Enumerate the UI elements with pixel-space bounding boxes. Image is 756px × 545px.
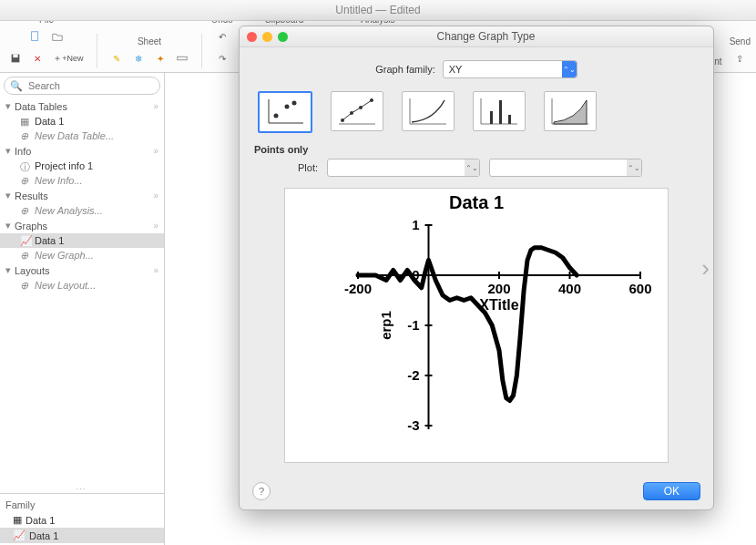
graph-family-value: XY: [449, 64, 463, 75]
thumb-column[interactable]: [473, 91, 526, 131]
help-button[interactable]: ?: [252, 482, 271, 500]
chevron-down-icon: ▾: [5, 145, 15, 157]
plus-icon: ⊕: [20, 280, 31, 291]
file-new-icon[interactable]: [26, 26, 46, 46]
svg-point-21: [350, 111, 353, 115]
section-layouts[interactable]: ▾Layouts»: [0, 262, 164, 278]
undo-icon[interactable]: ↶: [212, 26, 232, 46]
section-results[interactable]: ▾Results»: [0, 188, 164, 203]
next-arrow-icon[interactable]: ›: [701, 254, 710, 283]
chevron-down-icon: ▾: [5, 264, 15, 276]
help-icon: ?: [259, 486, 264, 497]
y-axis-label: erp1: [378, 311, 393, 340]
thumb-area[interactable]: [544, 91, 597, 131]
nav-item-label: Project info 1: [35, 160, 93, 171]
nav-item-label: New Data Table...: [35, 130, 114, 141]
chevron-down-icon: ▾: [5, 190, 15, 201]
search-icon: 🔍: [10, 80, 23, 92]
change-graph-type-dialog: Change Graph Type Graph family: XY ⌃⌄ Po…: [239, 26, 714, 510]
thumb-curve[interactable]: [402, 91, 455, 131]
nav-item-label: New Graph...: [35, 250, 94, 261]
x-tick-label: 400: [558, 281, 581, 296]
table-icon: ▦: [13, 514, 22, 526]
tg-file-label: File: [39, 21, 54, 25]
split-handle[interactable]: ⋯: [0, 484, 164, 493]
tg-send-label: Send: [730, 36, 751, 46]
section-menu-icon[interactable]: »: [153, 146, 158, 156]
y-tick-label: 1: [412, 217, 419, 232]
graph-preview: Data 1-200200400600-3-2-101XTitleerp1: [284, 188, 669, 463]
nav-item-label: New Info...: [35, 175, 83, 186]
section-menu-icon[interactable]: »: [153, 221, 158, 231]
plot-select-1[interactable]: ⌃⌄: [327, 159, 480, 177]
section-menu-icon[interactable]: »: [153, 101, 158, 111]
graph-type-thumbnails: [252, 91, 700, 133]
thumb-scatter[interactable]: [258, 91, 312, 133]
family-row[interactable]: 📈Data 1: [0, 528, 164, 543]
family-row-label: Data 1: [29, 530, 58, 541]
tg-undo-label: Undo: [211, 21, 233, 25]
close-icon[interactable]: ✕: [27, 48, 47, 68]
search-input[interactable]: [26, 79, 154, 92]
svg-rect-29: [499, 100, 502, 124]
section-data-tables[interactable]: ▾Data Tables»: [0, 98, 164, 114]
section-menu-icon[interactable]: »: [153, 265, 158, 275]
file-open-icon[interactable]: [47, 26, 67, 46]
nav-item[interactable]: ⓘProject info 1: [0, 159, 164, 173]
x-tick-label: 200: [487, 281, 510, 296]
svg-rect-0: [32, 32, 38, 41]
snowflake-icon[interactable]: ❄: [128, 48, 148, 68]
graph-family-select[interactable]: XY ⌃⌄: [443, 60, 577, 78]
chevron-updown-icon: ⌃⌄: [627, 159, 641, 176]
plot-select-2[interactable]: ⌃⌄: [489, 159, 642, 177]
nav-item[interactable]: ▦Data 1: [0, 114, 164, 129]
ok-label: OK: [664, 485, 679, 498]
redo-icon[interactable]: ↷: [212, 48, 232, 68]
tg-clipboard-label: Clipboard: [265, 21, 304, 25]
section-graphs[interactable]: ▾Graphs»: [0, 218, 164, 233]
row-icon[interactable]: [172, 48, 192, 68]
nav-item[interactable]: 📈Data 1: [0, 233, 164, 248]
nav-item-label: New Analysis...: [35, 205, 103, 216]
graph-family-label: Graph family:: [375, 64, 434, 75]
window-titlebar: Untitled — Edited: [0, 0, 756, 21]
new-menu-icon[interactable]: ＋+New: [49, 48, 87, 68]
thumb-connected[interactable]: [331, 91, 383, 131]
star-icon[interactable]: ✦: [150, 48, 170, 68]
nav-item[interactable]: ⊕New Data Table...: [0, 129, 164, 143]
nav-item[interactable]: ⊕New Info...: [0, 173, 164, 188]
nav-item[interactable]: ⊕New Layout...: [0, 278, 164, 293]
dialog-titlebar[interactable]: Change Graph Type: [240, 26, 713, 47]
points-only-label: Points only: [254, 144, 700, 155]
ok-button[interactable]: OK: [643, 482, 700, 500]
dialog-title: Change Graph Type: [259, 30, 713, 43]
svg-rect-30: [508, 115, 511, 124]
tg-undo: Undo ↶ ↷: [211, 21, 233, 68]
section-menu-icon[interactable]: »: [153, 190, 158, 201]
y-tick-label: -1: [407, 317, 419, 333]
y-tick-label: -2: [407, 367, 419, 383]
nav-item[interactable]: ⊕New Analysis...: [0, 203, 164, 218]
search-field[interactable]: 🔍: [4, 77, 160, 95]
pencil-icon[interactable]: ✎: [107, 48, 127, 68]
save-icon[interactable]: [5, 48, 26, 68]
section-label: Data Tables: [15, 101, 67, 112]
table-icon: ▦: [20, 116, 31, 127]
family-row[interactable]: ▦Data 1: [0, 512, 164, 528]
svg-rect-3: [178, 57, 188, 60]
plus-icon: ⊕: [20, 250, 31, 261]
nav-item[interactable]: ⊕New Graph...: [0, 248, 164, 262]
svg-point-18: [292, 101, 297, 106]
send-icon[interactable]: ⇪: [730, 48, 750, 68]
sep: [201, 34, 202, 68]
sep: [97, 34, 97, 68]
plot-label: Plot:: [298, 162, 318, 173]
family-panel: Family ▦Data 1📈Data 1: [0, 493, 164, 545]
chevron-updown-icon: ⌃⌄: [465, 159, 479, 176]
navigator-sidebar: 🔍 ▾Data Tables»▦Data 1⊕New Data Table...…: [0, 73, 165, 545]
svg-rect-28: [490, 111, 493, 124]
close-window-icon[interactable]: [247, 32, 257, 42]
svg-point-23: [370, 98, 373, 102]
section-info[interactable]: ▾Info»: [0, 143, 164, 159]
x-tick-label: -200: [344, 281, 372, 296]
